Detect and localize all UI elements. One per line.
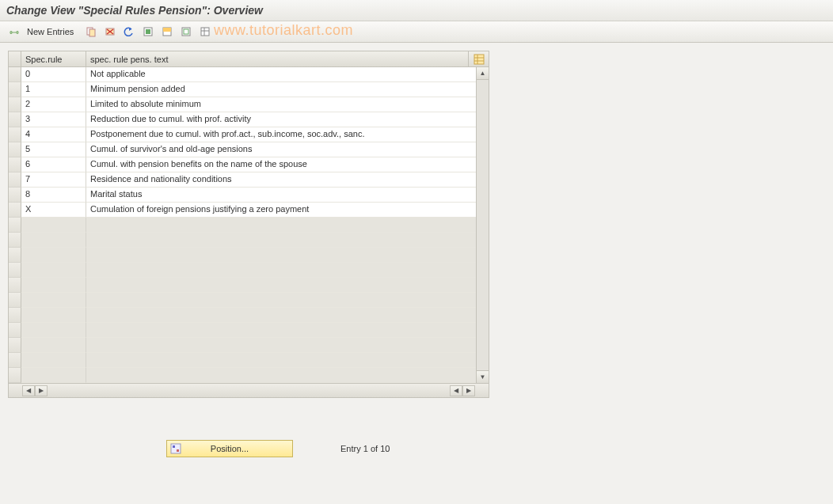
new-entries-button[interactable]: New Entries [25, 27, 80, 36]
row-selector[interactable] [9, 293, 21, 308]
cell-spec-rule[interactable]: 4 [21, 127, 86, 142]
undo-icon[interactable] [121, 24, 137, 40]
cell-spec-rule[interactable] [21, 248, 86, 263]
delete-row-icon[interactable] [102, 24, 118, 40]
scroll-down-icon[interactable]: ▼ [477, 370, 489, 383]
cell-spec-rule[interactable] [21, 338, 86, 353]
cell-spec-rule-text[interactable] [86, 338, 476, 353]
select-block-icon[interactable] [159, 24, 175, 40]
cell-spec-rule-text[interactable]: Residence and nationality conditions [86, 172, 476, 188]
page-title: Change View "Special Rules Pension": Ove… [6, 4, 263, 17]
cell-spec-rule[interactable] [21, 308, 86, 323]
cell-spec-rule-text[interactable]: Marital status [86, 188, 476, 203]
table-footer: ◀ ▶ ◀ ▶ [9, 383, 489, 397]
svg-rect-6 [146, 29, 150, 34]
scroll-track[interactable] [477, 80, 489, 370]
cell-spec-rule[interactable] [21, 263, 86, 278]
row-selector[interactable] [9, 188, 21, 203]
cell-spec-rule-text[interactable]: Limited to absolute minimum [86, 97, 476, 112]
table-body: 0Not applicable1Minimum pension added2Li… [9, 67, 489, 383]
position-button[interactable]: Position... [166, 440, 293, 457]
scroll-up-icon[interactable]: ▲ [477, 67, 489, 80]
row-selector[interactable] [9, 263, 21, 278]
vertical-scrollbar[interactable]: ▲ ▼ [476, 67, 489, 383]
row-selector[interactable] [9, 142, 21, 157]
table-row [9, 218, 476, 233]
cell-spec-rule-text[interactable] [86, 263, 476, 278]
row-selector[interactable] [9, 308, 21, 323]
glasses-icon[interactable] [6, 24, 22, 40]
row-selector[interactable] [9, 82, 21, 97]
table-row: 5Cumul. of survivor's and old-age pensio… [9, 142, 476, 157]
row-selector[interactable] [9, 157, 21, 172]
copy-icon[interactable] [83, 24, 99, 40]
row-selector[interactable] [9, 218, 21, 233]
svg-rect-18 [171, 444, 181, 453]
cell-spec-rule-text[interactable]: Reduction due to cumul. with prof. activ… [86, 112, 476, 127]
cell-spec-rule[interactable]: 2 [21, 97, 86, 112]
row-selector[interactable] [9, 203, 21, 218]
cell-spec-rule-text[interactable] [86, 368, 476, 383]
cell-spec-rule-text[interactable]: Cumulation of foreign pensions justifyin… [86, 203, 476, 218]
column-header-spec-rule[interactable]: Spec.rule [21, 51, 86, 66]
table-row [9, 338, 476, 353]
row-selector[interactable] [9, 278, 21, 293]
cell-spec-rule[interactable]: 6 [21, 157, 86, 172]
cell-spec-rule[interactable]: 1 [21, 82, 86, 97]
row-selector[interactable] [9, 127, 21, 142]
table-row [9, 263, 476, 278]
cell-spec-rule[interactable]: 5 [21, 142, 86, 157]
row-selector[interactable] [9, 338, 21, 353]
cell-spec-rule-text[interactable] [86, 308, 476, 323]
cell-spec-rule-text[interactable]: Cumul. with pension benefits on the name… [86, 157, 476, 172]
table-row [9, 368, 476, 383]
select-all-icon[interactable] [140, 24, 156, 40]
cell-spec-rule-text[interactable]: Postponement due to cumul. with prof.act… [86, 127, 476, 142]
cell-spec-rule[interactable] [21, 218, 86, 233]
table-row: 4Postponement due to cumul. with prof.ac… [9, 127, 476, 142]
row-selector[interactable] [9, 368, 21, 383]
cell-spec-rule[interactable] [21, 353, 86, 368]
deselect-all-icon[interactable] [178, 24, 194, 40]
row-selector[interactable] [9, 323, 21, 338]
table-config-icon[interactable] [468, 51, 489, 66]
column-header-spec-rule-text[interactable]: spec. rule pens. text [86, 51, 468, 66]
hscroll-left-icon[interactable]: ◀ [22, 385, 35, 396]
cell-spec-rule-text[interactable] [86, 278, 476, 293]
cell-spec-rule-text[interactable]: Cumul. of survivor's and old-age pension… [86, 142, 476, 157]
table-row [9, 248, 476, 263]
cell-spec-rule[interactable]: X [21, 203, 86, 218]
table-row [9, 323, 476, 338]
table-row: 3Reduction due to cumul. with prof. acti… [9, 112, 476, 127]
cell-spec-rule[interactable]: 8 [21, 188, 86, 203]
cell-spec-rule[interactable]: 3 [21, 112, 86, 127]
cell-spec-rule[interactable] [21, 233, 86, 248]
cell-spec-rule[interactable] [21, 278, 86, 293]
cell-spec-rule[interactable] [21, 368, 86, 383]
row-selector[interactable] [9, 233, 21, 248]
row-selector[interactable] [9, 172, 21, 188]
row-selector[interactable] [9, 112, 21, 127]
select-all-rows-corner[interactable] [9, 51, 21, 66]
row-selector[interactable] [9, 248, 21, 263]
table-row [9, 233, 476, 248]
cell-spec-rule-text[interactable] [86, 323, 476, 338]
cell-spec-rule-text[interactable] [86, 218, 476, 233]
cell-spec-rule-text[interactable] [86, 233, 476, 248]
hscroll-right2-icon[interactable]: ▶ [462, 385, 475, 396]
hscroll-left2-icon[interactable]: ◀ [450, 385, 462, 396]
cell-spec-rule-text[interactable]: Not applicable [86, 67, 476, 82]
table-settings-icon[interactable] [197, 24, 213, 40]
cell-spec-rule[interactable] [21, 293, 86, 308]
cell-spec-rule[interactable]: 0 [21, 67, 86, 82]
cell-spec-rule-text[interactable] [86, 293, 476, 308]
cell-spec-rule[interactable] [21, 323, 86, 338]
row-selector[interactable] [9, 97, 21, 112]
cell-spec-rule-text[interactable]: Minimum pension added [86, 82, 476, 97]
cell-spec-rule-text[interactable] [86, 353, 476, 368]
cell-spec-rule-text[interactable] [86, 248, 476, 263]
cell-spec-rule[interactable]: 7 [21, 172, 86, 188]
hscroll-right-icon[interactable]: ▶ [35, 385, 48, 396]
row-selector[interactable] [9, 353, 21, 368]
row-selector[interactable] [9, 67, 21, 82]
